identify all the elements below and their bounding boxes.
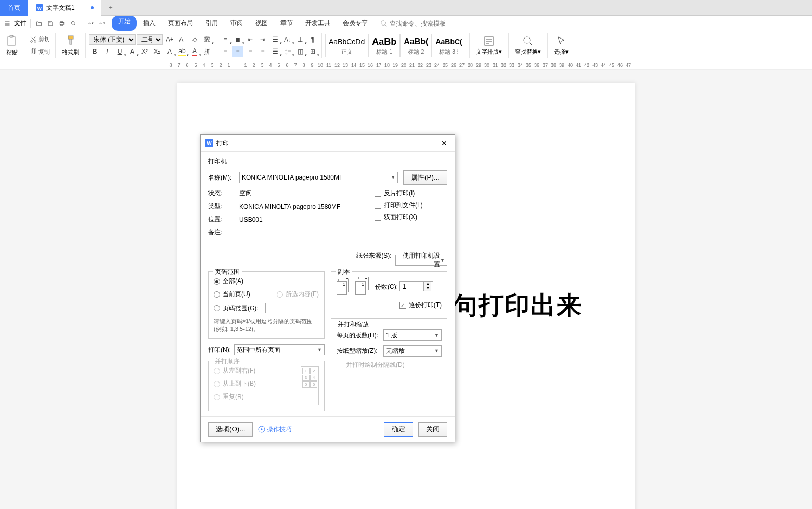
style-heading1[interactable]: AaBb标题 1 [368,34,400,57]
underline-button[interactable]: U [114,46,125,57]
bold-button[interactable]: B [89,46,100,57]
tips-link[interactable]: 操作技巧 [258,425,292,434]
scale-select[interactable]: 无缩放▼ [383,345,442,357]
align-center-button[interactable]: ≡ [232,46,243,57]
print-to-file-checkbox[interactable]: 打印到文件(L) [375,201,447,210]
range-hint: 请键入页码和/或用逗号分隔的页码范围(例如: 1,3,5-12)。 [214,317,319,333]
line-spacing-button[interactable]: ‡≡ [282,46,293,57]
range-pages-radio[interactable]: 页码范围(G): [214,303,319,313]
file-menu[interactable]: 文件 [14,19,27,28]
font-size-select[interactable]: 二号 [137,34,163,45]
location-value: USB001 [239,216,263,223]
increase-font-button[interactable]: A+ [164,34,175,45]
options-button[interactable]: 选项(O)... [208,422,253,437]
font-name-select[interactable]: 宋体 (正文) [89,34,136,45]
search-input[interactable] [390,20,452,27]
menu-tab-review[interactable]: 审阅 [224,16,249,31]
cut-button[interactable]: 剪切 [28,34,52,44]
menu-tab-insert[interactable]: 插入 [137,16,162,31]
strikethrough-button[interactable]: A̶ [126,46,138,57]
menu-tab-start[interactable]: 开始 [112,16,137,31]
text-layout-button[interactable]: 文字排版▾ [473,34,505,57]
decrease-indent-button[interactable]: ⇤ [244,34,256,45]
printer-select[interactable]: KONICA MINOLTA pagepro 1580MF▼ [239,172,398,183]
increase-indent-button[interactable]: ⇥ [257,34,268,45]
svg-point-6 [381,20,386,25]
properties-button[interactable]: 属性(P)... [403,170,447,185]
menu-tab-dev[interactable]: 开发工具 [299,16,337,31]
duplex-checkbox[interactable]: 双面打印(X) [375,213,447,222]
italic-button[interactable]: I [101,46,113,57]
save-icon[interactable] [46,19,55,28]
copies-up[interactable]: ▲ [424,282,431,286]
ok-button[interactable]: 确定 [384,422,413,437]
range-all-radio[interactable]: 全部(A) [214,277,319,286]
menu-tab-member[interactable]: 会员专享 [337,16,374,31]
sort-button[interactable]: A↓ [282,34,293,45]
highlight-button[interactable]: ab [176,46,188,57]
command-search[interactable] [380,20,452,27]
find-replace-button[interactable]: 查找替换▾ [512,34,544,57]
copies-input[interactable] [400,282,423,291]
align-left-button[interactable]: ≡ [220,46,231,57]
new-tab-button[interactable]: ＋ [101,0,120,15]
dialog-titlebar: W 打印 ✕ [201,135,455,152]
menu-tab-reference[interactable]: 引用 [199,16,224,31]
paper-source-select[interactable]: 使用打印机设置▼ [395,254,447,266]
text-effects-button[interactable]: A [164,46,175,57]
style-heading2[interactable]: AaBb(标题 2 [400,34,432,57]
clear-format-button[interactable]: ◇ [189,34,200,45]
page-range-input[interactable] [265,303,317,313]
borders-button[interactable]: ⊞ [307,46,318,57]
range-current-radio[interactable]: 当前页(U) [214,290,250,299]
subscript-button[interactable]: X₂ [151,46,163,57]
style-gallery[interactable]: AaBbCcDd正文 AaBb标题 1 AaBb(标题 2 AaBbC(标题 3… [325,34,466,57]
change-case-button[interactable]: 愛 [201,34,213,45]
page-range-fieldset: 页码范围 全部(A) 当前页(U) 所选内容(E) 页码范围(G): 请键入页码… [208,271,325,339]
numbering-button[interactable]: ≣ [232,34,243,45]
document-tab[interactable]: W 文字文稿1 [28,0,101,16]
comment-label: 备注: [208,228,239,237]
style-heading3[interactable]: AaBbC(标题 3 ⁝ [432,34,466,57]
open-folder-icon[interactable] [34,19,44,28]
show-marks-button[interactable]: ¶ [307,34,318,45]
print-what-select[interactable]: 范围中所有页面▼ [234,344,325,355]
close-dialog-button[interactable]: 关闭 [418,422,447,437]
collate-checkbox[interactable]: 逐份打印(T) [337,301,442,310]
undo-icon[interactable]: ▾ [86,19,95,28]
justify-button[interactable]: ≡ [257,46,268,57]
spacing-button[interactable]: ☰ [269,34,281,45]
pages-per-sheet-select[interactable]: 1 版▼ [383,329,442,341]
select-button[interactable]: 选择▾ [551,34,572,57]
bullets-button[interactable]: ≡ [220,34,231,45]
decrease-font-button[interactable]: A- [176,34,188,45]
format-painter-button[interactable]: 格式刷 [59,34,82,57]
close-button[interactable]: ✕ [438,138,450,148]
copies-fieldset: 副本 321 321 份数(C): ▲▼ [331,271,447,319]
preview-icon[interactable] [69,19,78,28]
copy-button[interactable]: 复制 [28,47,52,57]
menu-tab-section[interactable]: 章节 [274,16,299,31]
menu-bar: 文件 ▾ ▾ 开始 插入 页面布局 引用 审阅 视图 章节 开发工具 会员专享 [0,16,812,31]
copies-down[interactable]: ▼ [424,286,431,291]
shading-button[interactable]: ◫ [294,46,306,57]
align-right-button[interactable]: ≡ [244,46,256,57]
reverse-print-checkbox[interactable]: 反片打印(I) [375,189,447,198]
print-icon[interactable] [57,19,67,28]
copies-spinner[interactable]: ▲▼ [399,281,433,291]
menu-tab-layout[interactable]: 页面布局 [162,16,199,31]
paper-source-label: 纸张来源(S): [356,252,391,259]
tabs-button[interactable]: ⊥ [294,34,306,45]
phonetic-button[interactable]: 拼 [201,46,213,57]
menu-icon[interactable] [3,19,12,28]
type-value: KONICA MINOLTA pagepro 1580MF [239,203,340,210]
distribute-button[interactable]: ☰ [269,46,281,57]
redo-icon[interactable]: ▾ [97,19,107,28]
document-text: 句打印出来 [453,289,583,322]
menu-tab-view[interactable]: 视图 [249,16,274,31]
style-normal[interactable]: AaBbCcDd正文 [325,34,368,57]
superscript-button[interactable]: X² [139,46,150,57]
font-color-button[interactable]: A [189,46,200,57]
home-tab[interactable]: 首页 [0,0,28,16]
paste-button[interactable]: 粘贴 [3,34,21,57]
